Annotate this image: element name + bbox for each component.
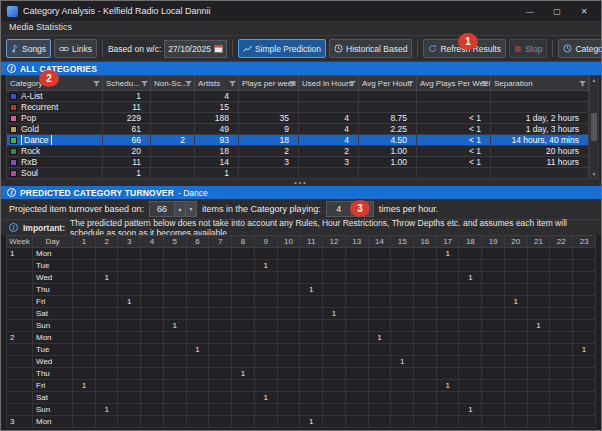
pane-splitter[interactable]: ••• <box>1 179 601 186</box>
turnover-cell <box>95 320 118 332</box>
scrollbar-thumb[interactable] <box>591 113 597 141</box>
column-header-plays-per-week[interactable]: Plays per week <box>239 76 299 91</box>
songs-toggle-button[interactable]: Songs <box>6 39 51 58</box>
column-header-used-in-hours[interactable]: Used in Hours <box>299 76 359 91</box>
turnover-cell <box>95 308 118 320</box>
menu-media-statistics[interactable]: Media Statistics <box>9 22 72 32</box>
turnover-cell <box>141 416 164 428</box>
simple-prediction-label: Simple Prediction <box>255 44 321 54</box>
day-cell: Wed <box>33 356 73 368</box>
cell-non_scheduled <box>151 157 195 168</box>
category-history-button[interactable]: Category History <box>558 39 602 58</box>
turnover-cell <box>482 368 505 380</box>
grid-column-hour-5: 5 <box>163 236 186 248</box>
column-header-schedu[interactable]: Schedu... <box>103 76 151 91</box>
column-label: Artists <box>198 79 220 88</box>
category-row-recurrent[interactable]: Recurrent1115 <box>7 102 589 113</box>
spin-down-icon[interactable]: ▼ <box>185 202 196 216</box>
links-toggle-button[interactable]: Links <box>54 39 97 58</box>
historical-based-button[interactable]: Historical Based <box>329 39 412 58</box>
vertical-scrollbar[interactable]: ▲ ▼ <box>589 75 599 179</box>
turnover-cell <box>345 332 368 344</box>
category-row-dance[interactable]: Dance662931844.50< 114 hours, 40 mins <box>7 135 589 146</box>
cell-separation <box>491 102 589 113</box>
turnover-cell: 1 <box>436 248 459 260</box>
turnover-cell <box>414 308 437 320</box>
day-cell: Tue <box>33 344 73 356</box>
turnover-cell <box>277 392 300 404</box>
turnover-cell <box>232 248 255 260</box>
filter-icon[interactable] <box>579 80 586 87</box>
based-on-label: Based on w/c: <box>108 44 161 54</box>
turnover-cell <box>550 320 573 332</box>
maximize-button[interactable]: ▢ <box>546 7 568 16</box>
items-count-value[interactable]: 66 <box>150 202 174 216</box>
column-label: Avg Plays Per Week <box>420 79 491 88</box>
category-table: CategorySchedu...Non-Sc...ArtistsPlays p… <box>6 75 589 179</box>
turnover-cell <box>504 320 527 332</box>
items-count-spinner[interactable]: 66 ▲ ▼ <box>149 201 197 217</box>
turnover-cell <box>73 320 96 332</box>
cell-avg_plays_per_week <box>417 102 491 113</box>
category-table-header-row: CategorySchedu...Non-Sc...ArtistsPlays p… <box>7 76 589 91</box>
turnover-cell <box>254 368 277 380</box>
column-header-separation[interactable]: Separation <box>491 76 589 91</box>
cell-artists: 18 <box>195 146 239 157</box>
filter-icon[interactable] <box>349 80 356 87</box>
scroll-down-icon[interactable]: ▼ <box>592 171 597 177</box>
cell-used_in_hours: 3 <box>299 157 359 168</box>
turnover-cell <box>186 308 209 320</box>
turnover-cell <box>73 332 96 344</box>
turnover-cell <box>209 272 232 284</box>
turnover-cell <box>482 356 505 368</box>
simple-prediction-button[interactable]: Simple Prediction <box>238 39 326 58</box>
cell-used_in_hours: 4 <box>299 113 359 124</box>
turnover-cell <box>573 272 596 284</box>
turnover-cell <box>141 344 164 356</box>
category-row-gold[interactable]: Gold6149942.25< 11 day, 3 hours <box>7 124 589 135</box>
turnover-cell <box>573 404 596 416</box>
category-row-pop[interactable]: Pop2291883548.75< 11 day, 2 hours <box>7 113 589 124</box>
grid-column-hour-20: 20 <box>504 236 527 248</box>
turnover-cell <box>573 368 596 380</box>
cell-avg_plays_per_week: < 1 <box>417 146 491 157</box>
column-header-non-sc[interactable]: Non-Sc... <box>151 76 195 91</box>
column-label: Non-Sc... <box>154 79 187 88</box>
turnover-cell <box>323 332 346 344</box>
minimize-button[interactable]: — <box>519 7 541 16</box>
filter-icon[interactable] <box>141 80 148 87</box>
turnover-cell <box>368 296 391 308</box>
turnover-cell <box>436 284 459 296</box>
turnover-cell <box>186 392 209 404</box>
turnover-cell <box>73 344 96 356</box>
all-categories-header: i ALL CATEGORIES <box>1 62 601 75</box>
cell-used_in_hours <box>299 91 359 102</box>
scroll-up-icon[interactable]: ▲ <box>592 77 597 83</box>
filter-icon[interactable] <box>289 80 296 87</box>
filter-icon[interactable] <box>481 80 488 87</box>
category-row-soul[interactable]: Soul11 <box>7 168 589 179</box>
close-button[interactable]: ✕ <box>573 7 595 16</box>
turnover-cell <box>254 308 277 320</box>
column-header-avg-plays-per-week[interactable]: Avg Plays Per Week <box>417 76 491 91</box>
cell-avg_plays_per_week <box>417 168 491 179</box>
turnover-cell <box>368 344 391 356</box>
column-header-artists[interactable]: Artists <box>195 76 239 91</box>
turnover-cell <box>118 332 141 344</box>
cell-avg_per_hour: 1.00 <box>359 146 417 157</box>
filter-icon[interactable] <box>229 80 236 87</box>
turnover-cell <box>391 308 414 320</box>
filter-icon[interactable] <box>185 80 192 87</box>
filter-icon[interactable] <box>407 80 414 87</box>
times-per-hour-value[interactable]: 4 <box>327 202 351 216</box>
category-row-rxb[interactable]: RxB1114331.00< 111 hours <box>7 157 589 168</box>
spin-up-icon[interactable]: ▲ <box>174 202 185 216</box>
turnover-cell <box>277 296 300 308</box>
column-header-avg-per-hour[interactable]: Avg Per Hour <box>359 76 417 91</box>
week-commencing-date-picker[interactable]: 27/10/2025 <box>164 40 227 58</box>
category-row-rock[interactable]: Rock2018221.00< 120 hours <box>7 146 589 157</box>
category-row-a-list[interactable]: A-List14 <box>7 91 589 102</box>
grid-column-hour-19: 19 <box>482 236 505 248</box>
day-cell: Fri <box>33 380 73 392</box>
filter-icon[interactable] <box>93 80 100 87</box>
